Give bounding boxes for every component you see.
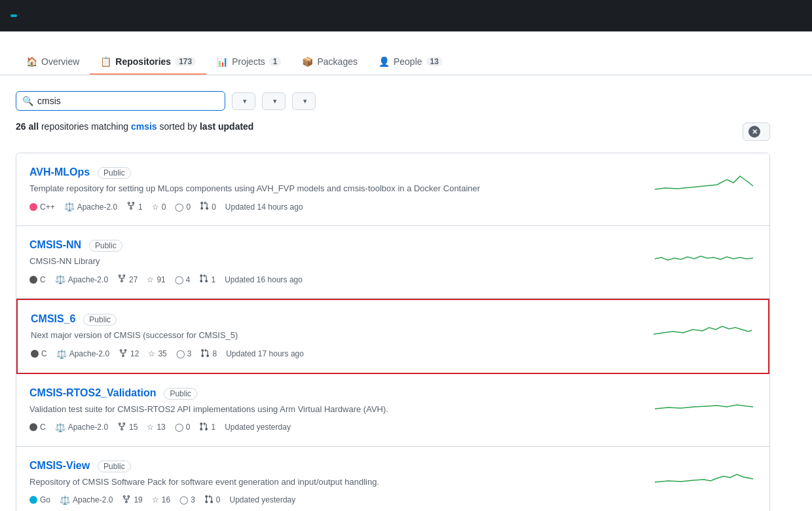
repo-name-link[interactable]: AVH-MLOps <box>29 166 90 178</box>
repo-description: Validation test suite for CMSIS-RTOS2 AP… <box>29 404 638 415</box>
org-logo[interactable] <box>10 14 22 17</box>
repo-item-avh-mlops: AVH-MLOps Public Template repository for… <box>16 153 769 226</box>
org-header: 🏠 Overview 📋 Repositories 173📊 Projects … <box>0 31 812 75</box>
repo-info: AVH-MLOps Public Template repository for… <box>29 166 638 212</box>
repo-name-link[interactable]: CMSIS-NN <box>29 239 81 250</box>
fork-icon <box>117 274 126 285</box>
license-label: Apache-2.0 <box>77 202 117 212</box>
repo-license: ⚖️ Apache-2.0 <box>64 202 117 212</box>
fork-icon <box>117 422 126 433</box>
fork-icon <box>119 349 128 360</box>
repo-forks: 12 <box>119 349 139 360</box>
repo-prs: 1 <box>199 422 215 433</box>
pr-icon <box>199 422 208 433</box>
nav-label-overview: Overview <box>41 56 79 67</box>
forks-count: 19 <box>134 495 142 504</box>
issues-count: 3 <box>191 495 195 504</box>
lang-label: C <box>41 349 47 358</box>
type-filter-button[interactable]: ▾ <box>232 92 255 110</box>
repo-forks: 19 <box>122 495 142 506</box>
repo-name-link[interactable]: CMSIS_6 <box>31 313 75 324</box>
issue-icon: ◯ <box>175 423 183 432</box>
forks-count: 27 <box>129 275 138 284</box>
results-count: 26 <box>16 121 26 132</box>
prs-count: 0 <box>212 202 216 212</box>
nav-badge-people: 13 <box>426 57 443 66</box>
nav-tab-repositories[interactable]: 📋 Repositories 173 <box>90 50 206 75</box>
repo-license: ⚖️ Apache-2.0 <box>55 423 108 432</box>
repo-sparkline <box>650 313 755 346</box>
main-content: 🔍 ▾ ▾ ▾ 26 all repositories matching cms… <box>0 75 786 511</box>
clear-filter-button[interactable]: ✕ <box>743 123 770 141</box>
stars-count: 13 <box>157 423 165 432</box>
license-icon: ⚖️ <box>56 349 67 359</box>
sort-chevron-icon: ▾ <box>303 97 307 105</box>
results-repos-text: repositories matching <box>41 121 131 132</box>
repo-name-row: CMSIS-NN Public <box>29 239 638 252</box>
forks-count: 1 <box>138 202 143 212</box>
repo-meta: C ⚖️ Apache-2.0 12 ☆ 35 ◯ <box>31 349 637 360</box>
license-label: Apache-2.0 <box>68 423 108 432</box>
pr-icon <box>204 495 213 506</box>
results-all: all <box>28 121 39 132</box>
repo-prs: 0 <box>204 495 221 506</box>
repo-prs: 8 <box>200 349 217 360</box>
prs-count: 1 <box>211 275 215 284</box>
repo-item-cmsis-rtos2-validation: CMSIS-RTOS2_Validation Public Validation… <box>16 374 769 447</box>
fork-icon <box>126 201 136 212</box>
repo-description: Repository of CMSIS Software Pack for so… <box>29 476 638 488</box>
stars-count: 91 <box>157 275 165 284</box>
repo-sparkline <box>652 387 756 420</box>
arm-badge <box>10 14 17 17</box>
repo-item-cmsis-6: CMSIS_6 Public Next major version of CMS… <box>16 299 769 373</box>
nav-tab-packages[interactable]: 📦 Packages <box>291 50 367 75</box>
lang-label: Go <box>40 495 50 504</box>
repo-forks: 1 <box>126 201 143 212</box>
issue-icon: ◯ <box>175 275 183 284</box>
repo-updated: Updated 17 hours ago <box>226 349 304 358</box>
license-icon: ⚖️ <box>55 423 65 432</box>
repo-name-link[interactable]: CMSIS-RTOS2_Validation <box>29 387 157 398</box>
prs-count: 0 <box>216 495 221 504</box>
nav-badge-projects: 1 <box>269 57 282 66</box>
search-input[interactable] <box>16 91 225 111</box>
repo-description: Next major version of CMSIS (successor f… <box>31 330 637 341</box>
lang-label: C <box>40 423 46 432</box>
issue-icon: ◯ <box>175 202 183 212</box>
nav-tab-overview[interactable]: 🏠 Overview <box>16 50 90 75</box>
lang-dot-icon <box>29 496 37 504</box>
issues-count: 4 <box>186 275 191 284</box>
repo-sparkline <box>652 460 756 493</box>
lang-dot-icon <box>29 423 37 431</box>
updated-label: Updated yesterday <box>230 495 296 504</box>
license-icon: ⚖️ <box>64 202 75 212</box>
repo-prs: 0 <box>200 201 216 212</box>
sort-filter-button[interactable]: ▾ <box>292 92 316 110</box>
repo-visibility-badge: Public <box>98 167 131 179</box>
repo-forks: 15 <box>117 422 138 433</box>
updated-label: Updated 14 hours ago <box>225 202 303 212</box>
stars-count: 35 <box>158 349 166 358</box>
repo-sparkline <box>652 166 756 199</box>
repo-name-row: CMSIS-RTOS2_Validation Public <box>29 387 638 400</box>
repo-license: ⚖️ Apache-2.0 <box>60 495 113 505</box>
issue-icon: ◯ <box>179 495 188 504</box>
repo-name-row: AVH-MLOps Public <box>29 166 638 179</box>
repo-name-link[interactable]: CMSIS-View <box>29 460 90 471</box>
language-filter-button[interactable]: ▾ <box>262 92 286 110</box>
nav-tab-people[interactable]: 👤 People 13 <box>368 50 453 75</box>
repo-visibility-badge: Public <box>164 388 197 400</box>
repo-stars: ☆ 16 <box>152 495 170 504</box>
sparkline-chart <box>652 387 756 420</box>
prs-count: 1 <box>211 423 215 432</box>
repo-sparkline <box>652 239 756 272</box>
license-icon: ⚖️ <box>60 495 70 505</box>
repo-forks: 27 <box>117 274 138 285</box>
lang-dot-icon <box>29 203 37 211</box>
nav-icon-people: 👤 <box>378 56 390 67</box>
nav-icon-overview: 🏠 <box>26 56 37 67</box>
repo-issues: ◯ 0 <box>175 423 191 432</box>
nav-tab-projects[interactable]: 📊 Projects 1 <box>206 50 291 75</box>
updated-label: Updated 17 hours ago <box>226 349 304 358</box>
lang-dot-icon <box>29 276 37 284</box>
